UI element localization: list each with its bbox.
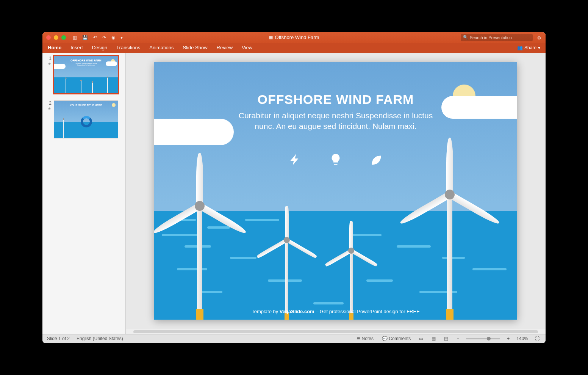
search-icon: 🔍 <box>463 35 468 40</box>
close-window-button[interactable] <box>46 35 51 40</box>
powerpoint-icon: ▦ <box>269 35 273 40</box>
cloud-icon <box>154 119 234 145</box>
tab-review[interactable]: Review <box>217 43 233 52</box>
icon-row <box>289 153 383 168</box>
slide-thumbnail-1[interactable]: OFFSHORE WIND FARM Curabitur in aliquet … <box>54 56 118 94</box>
tab-transitions[interactable]: Transitions <box>116 43 140 52</box>
slide-title[interactable]: OFFSHORE WIND FARM <box>258 92 414 107</box>
slide-thumbnail-2[interactable]: YOUR SLIDE TITLE HERE <box>54 100 118 138</box>
thumb-number: 1★ <box>47 56 52 94</box>
tab-view[interactable]: View <box>242 43 252 52</box>
tab-insert[interactable]: Insert <box>70 43 83 52</box>
ribbon: Home Insert Design Transitions Animation… <box>42 43 546 53</box>
fullscreen-window-button[interactable] <box>61 35 66 40</box>
cloud-icon <box>441 96 517 119</box>
bolt-icon <box>289 153 302 168</box>
zoom-out-button[interactable]: − <box>455 335 461 342</box>
app-window: ▥ 💾 ↶ ↷ ◉ ▾ ▦ Offshore Wind Farm 🔍 ☺ Hom… <box>42 32 546 343</box>
view-normal-button[interactable]: ▭ <box>418 335 425 342</box>
editor-area: OFFSHORE WIND FARM Curabitur in aliquet … <box>126 53 546 334</box>
share-button[interactable]: 👥 Share ▾ <box>517 45 540 50</box>
overflow-icon[interactable]: ▾ <box>120 35 123 40</box>
zoom-in-button[interactable]: + <box>505 335 511 342</box>
comments-button[interactable]: 💬 Comments <box>380 335 412 342</box>
redo-icon[interactable]: ↷ <box>102 35 106 40</box>
search-input[interactable] <box>470 35 530 40</box>
window-controls <box>46 35 66 40</box>
thumb-number: 2★ <box>47 100 52 138</box>
titlebar: ▥ 💾 ↶ ↷ ◉ ▾ ▦ Offshore Wind Farm 🔍 ☺ <box>42 32 546 43</box>
zoom-slider[interactable] <box>466 338 500 339</box>
tab-animations[interactable]: Animations <box>149 43 174 52</box>
fit-to-window-button[interactable]: ⛶ <box>533 335 541 342</box>
language-indicator[interactable]: English (United States) <box>77 336 123 341</box>
layout-icon[interactable]: ▥ <box>73 35 77 40</box>
document-title: ▦ Offshore Wind Farm <box>269 35 319 40</box>
title-text: Offshore Wind Farm <box>275 35 319 40</box>
leaf-icon <box>369 153 383 168</box>
undo-icon[interactable]: ↶ <box>93 35 97 40</box>
slide-canvas[interactable]: OFFSHORE WIND FARM Curabitur in aliquet … <box>126 53 546 329</box>
slide-footer[interactable]: Template by VegaSlide.com – Get professi… <box>252 309 420 314</box>
slide-counter: Slide 1 of 2 <box>47 336 70 341</box>
view-reading-button[interactable]: ▤ <box>443 335 450 342</box>
sea-bg <box>154 211 517 320</box>
workspace: 1★ OFFSHORE WIND FARM Curabitur in aliqu… <box>42 53 546 334</box>
view-sorter-button[interactable]: ▦ <box>430 335 437 342</box>
slide[interactable]: OFFSHORE WIND FARM Curabitur in aliquet … <box>154 62 517 320</box>
tab-design[interactable]: Design <box>92 43 107 52</box>
thumb-title: OFFSHORE WIND FARM <box>70 59 101 62</box>
slide-subtitle[interactable]: Curabitur in aliquet neque neshri Suspen… <box>237 110 434 132</box>
slide-thumbnail-panel: 1★ OFFSHORE WIND FARM Curabitur in aliqu… <box>42 53 126 334</box>
minimize-window-button[interactable] <box>54 35 58 40</box>
transition-star-icon: ★ <box>48 107 51 111</box>
zoom-value[interactable]: 140% <box>516 336 528 341</box>
account-icon[interactable]: ☺ <box>536 35 542 41</box>
notes-button[interactable]: ≣ Notes <box>355 335 375 342</box>
bulb-icon <box>329 153 342 168</box>
thumb-sub: Curabitur in aliquet neque neshriSuspend… <box>67 63 105 66</box>
tab-home[interactable]: Home <box>48 43 61 52</box>
status-bar: Slide 1 of 2 English (United States) ≣ N… <box>42 334 546 343</box>
tab-slideshow[interactable]: Slide Show <box>183 43 208 52</box>
transition-star-icon: ★ <box>48 62 51 66</box>
horizontal-scrollbar[interactable] <box>126 329 546 334</box>
save-icon[interactable]: 💾 <box>82 35 88 40</box>
search-box[interactable]: 🔍 <box>461 34 533 41</box>
present-icon[interactable]: ◉ <box>111 35 115 40</box>
thumb-title: YOUR SLIDE TITLE HERE <box>70 104 102 107</box>
